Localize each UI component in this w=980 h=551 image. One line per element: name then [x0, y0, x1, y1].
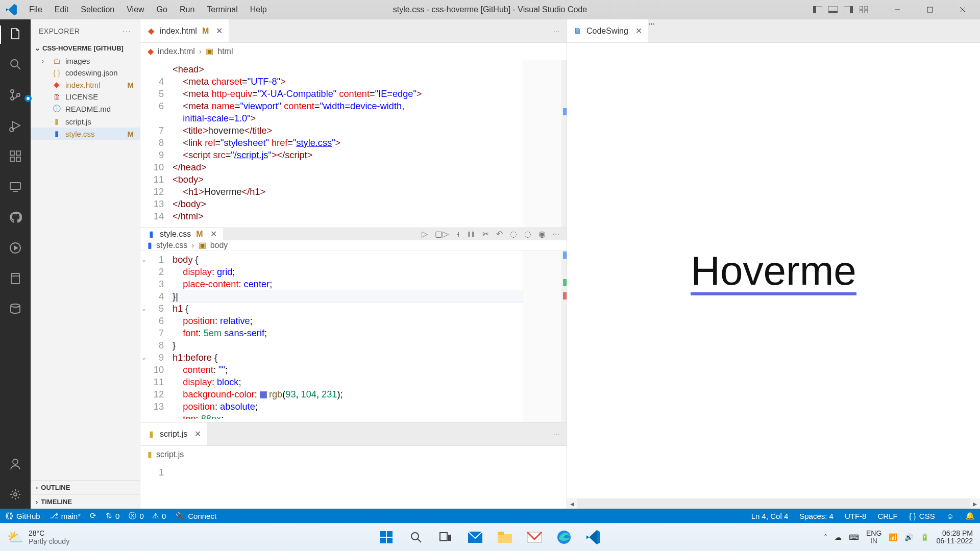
code-editor-js[interactable]: 1 [140, 463, 567, 509]
live-icon[interactable]: ◉ [538, 229, 546, 239]
edge-icon[interactable] [554, 527, 574, 547]
toggle-sidebar-left-icon[interactable] [813, 6, 823, 14]
code-editor-css[interactable]: ⌄ ⌄ ⌄ 12345678910111213 body { display: … [140, 251, 567, 422]
scroll-right-icon[interactable]: ▸ [970, 499, 980, 509]
vscode-taskbar-icon[interactable] [583, 527, 604, 547]
menu-go[interactable]: Go [151, 5, 174, 14]
tree-item-license[interactable]: 🗎 LICENSE [31, 91, 140, 103]
preview-content[interactable]: Hoverme [567, 43, 980, 498]
more-icon[interactable]: ··· [553, 230, 559, 239]
gmail-icon[interactable] [524, 527, 545, 547]
minimap-slider[interactable] [561, 60, 567, 228]
bookmarks-icon[interactable] [7, 270, 23, 287]
breadcrumb-item[interactable]: html [217, 47, 233, 56]
status-bell[interactable]: 🔔 [965, 511, 975, 520]
task-view-icon[interactable] [435, 527, 456, 547]
fold-icon[interactable]: ⌄ [141, 303, 146, 315]
github-icon[interactable] [7, 209, 23, 226]
wifi-icon[interactable]: 📶 [889, 533, 897, 541]
status-remote[interactable]: ⟪⟫GitHub [5, 511, 40, 520]
search-icon[interactable] [7, 56, 23, 72]
window-close-button[interactable] [948, 0, 977, 19]
split-editor-icon[interactable]: ⫞ [456, 230, 460, 239]
taskbar-clock[interactable]: 06:28 PM06-11-2022 [936, 530, 973, 545]
run-debug-icon[interactable] [7, 117, 23, 134]
outline-section[interactable]: ›OUTLINE [31, 481, 140, 494]
menu-file[interactable]: File [23, 5, 48, 14]
status-feedback[interactable]: ☺ [946, 512, 954, 520]
language-indicator[interactable]: ENGIN [866, 530, 881, 545]
settings-gear-icon[interactable] [7, 486, 23, 503]
more-icon[interactable]: ··· [553, 27, 559, 35]
history-fwd-icon[interactable]: ◌ [524, 229, 531, 239]
source-control-icon[interactable] [7, 87, 23, 103]
menu-help[interactable]: Help [244, 5, 273, 14]
battery-icon[interactable]: 🔋 [920, 533, 929, 541]
status-encoding[interactable]: UTF-8 [845, 512, 867, 520]
minimap[interactable] [523, 251, 567, 422]
window-minimize-button[interactable] [883, 0, 912, 19]
tree-item-script[interactable]: ▮ script.js [31, 115, 140, 128]
tree-item-index[interactable]: ◆ index.html M [31, 79, 140, 91]
step-over-icon[interactable]: ▢▷ [435, 229, 449, 239]
more-icon[interactable]: ··· [553, 430, 559, 438]
history-back-icon[interactable]: ◌ [510, 229, 517, 239]
tree-item-images[interactable]: › 🗀 images [31, 55, 140, 67]
status-position[interactable]: Ln 4, Col 4 [751, 512, 789, 520]
status-branch[interactable]: ⎇main* [50, 511, 81, 520]
tab-style-css[interactable]: ▮ style.css M ✕ [140, 228, 223, 240]
status-ports[interactable]: ⇅0 [106, 511, 119, 520]
code-content[interactable]: <head> <meta charset="UTF-8"> <meta http… [170, 60, 567, 228]
folder-header[interactable]: ⌄ CSS-HOVERME [GITHUB] [31, 42, 140, 54]
menu-terminal[interactable]: Terminal [201, 5, 243, 14]
breadcrumbs-js[interactable]: ▮ script.js [140, 446, 567, 463]
status-connect[interactable]: 🔌Connect [175, 511, 216, 520]
breadcrumb-item[interactable]: style.css [156, 241, 187, 250]
volume-icon[interactable]: 🔊 [904, 533, 913, 541]
status-sync[interactable]: ⟳ [90, 511, 96, 520]
tree-item-codeswing[interactable]: { } codeswing.json [31, 67, 140, 79]
code-content[interactable]: body { display: grid; place-content: cen… [170, 251, 567, 422]
accounts-icon[interactable] [7, 456, 23, 472]
extensions-icon[interactable] [7, 148, 23, 164]
window-maximize-button[interactable] [916, 0, 944, 19]
toggle-sidebar-right-icon[interactable] [843, 6, 853, 14]
tab-script-js[interactable]: ▮ script.js ✕ [140, 422, 207, 445]
breadcrumbs-html[interactable]: ◆ index.html › ▣ html [140, 43, 567, 60]
scroll-track[interactable] [577, 498, 970, 509]
close-icon[interactable]: ✕ [210, 229, 217, 239]
explorer-icon[interactable] [7, 26, 23, 42]
more-icon[interactable]: ··· [648, 19, 655, 28]
close-icon[interactable]: ✕ [216, 26, 223, 36]
timeline-section[interactable]: ›TIMELINE [31, 494, 140, 509]
minimap[interactable] [523, 60, 567, 228]
code-content[interactable] [170, 463, 567, 509]
breadcrumb-item[interactable]: body [210, 241, 228, 250]
fold-icon[interactable]: ⌄ [141, 254, 146, 266]
keyboard-icon[interactable]: ⌨ [849, 533, 859, 541]
scroll-left-icon[interactable]: ◂ [567, 499, 577, 509]
explorer-more-icon[interactable]: ··· [122, 27, 132, 35]
magic-icon[interactable]: ✂ [482, 229, 489, 239]
onedrive-icon[interactable]: ☁ [835, 533, 842, 541]
taskbar-weather[interactable]: ⛅ 28°C Partly cloudy [7, 529, 69, 545]
menu-run[interactable]: Run [174, 5, 201, 14]
status-problems[interactable]: ⓧ0 ⚠0 [129, 511, 166, 521]
taskbar-search-icon[interactable] [406, 527, 426, 547]
fold-icon[interactable]: ⌄ [141, 352, 146, 364]
breadcrumb-item[interactable]: index.html [158, 47, 195, 56]
status-language[interactable]: { }CSS [909, 512, 935, 520]
preview-scrollbar[interactable]: ◂ ▸ [567, 498, 980, 509]
breadcrumb-item[interactable]: script.js [156, 450, 184, 459]
close-icon[interactable]: ✕ [635, 26, 642, 36]
test-icon[interactable] [7, 240, 23, 256]
menu-selection[interactable]: Selection [75, 5, 120, 14]
layout-grid-icon[interactable] [859, 6, 869, 14]
tree-item-style[interactable]: ▮ style.css M [31, 128, 140, 140]
remote-explorer-icon[interactable] [7, 179, 23, 195]
undo-icon[interactable]: ↶ [496, 229, 503, 239]
breadcrumbs-css[interactable]: ▮ style.css › ▣ body [140, 240, 567, 251]
database-icon[interactable] [7, 301, 23, 317]
menu-view[interactable]: View [120, 5, 150, 14]
start-button[interactable] [376, 527, 397, 547]
